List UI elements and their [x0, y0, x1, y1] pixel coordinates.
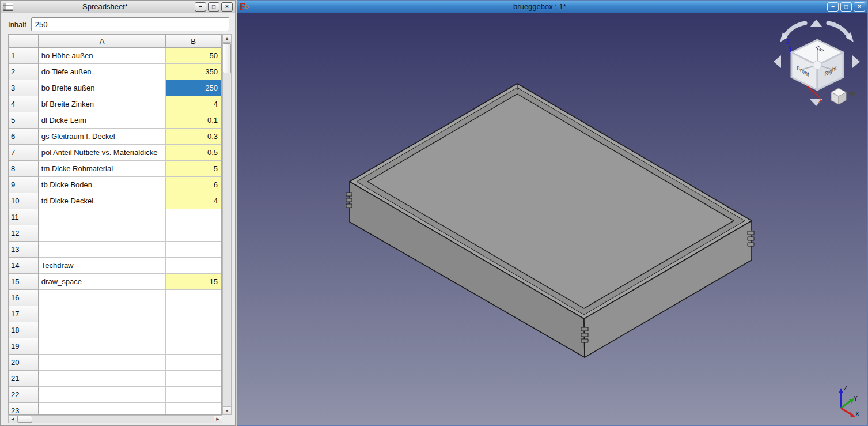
cell-b4[interactable]: 4: [166, 96, 221, 112]
cell-a23[interactable]: [39, 403, 166, 415]
scroll-up-button[interactable]: ▲: [223, 35, 231, 43]
row-header-19[interactable]: 19: [9, 338, 39, 355]
3d-viewport[interactable]: Z X Top Front Right: [237, 13, 867, 425]
cell-a5[interactable]: dl Dicke Leim: [39, 112, 166, 129]
cell-a18[interactable]: [39, 322, 166, 338]
view-maximize-button[interactable]: □: [840, 2, 852, 12]
cell-a14[interactable]: Techdraw: [39, 258, 166, 274]
finger-joints-left-corner: [346, 193, 352, 208]
row-header-14[interactable]: 14: [9, 258, 39, 274]
cell-b21[interactable]: [166, 371, 221, 387]
horizontal-scrollbar[interactable]: ◀ ▶: [8, 415, 222, 423]
view-close-button[interactable]: ×: [854, 2, 865, 12]
row-header-18[interactable]: 18: [9, 322, 39, 338]
cell-a3[interactable]: bo Breite außen: [39, 80, 166, 96]
cell-a8[interactable]: tm Dicke Rohmaterial: [39, 161, 166, 177]
vertical-scroll-thumb[interactable]: [223, 43, 231, 73]
cell-b15[interactable]: 15: [166, 274, 221, 290]
row-header-11[interactable]: 11: [9, 209, 39, 225]
row-header-12[interactable]: 12: [9, 225, 39, 242]
row-header-5[interactable]: 5: [9, 112, 39, 129]
cell-b8[interactable]: 5: [166, 161, 221, 177]
cell-b17[interactable]: [166, 306, 221, 322]
row-header-16[interactable]: 16: [9, 290, 39, 306]
row-header-23[interactable]: 23: [9, 403, 39, 415]
cell-b9[interactable]: 6: [166, 177, 221, 193]
row-header-13[interactable]: 13: [9, 242, 39, 258]
vertical-scrollbar[interactable]: ▲ ▼: [222, 34, 232, 415]
cell-b23[interactable]: [166, 403, 221, 415]
nav-right-arrow[interactable]: [852, 55, 860, 68]
cell-b13[interactable]: [166, 242, 221, 258]
maximize-button[interactable]: □: [208, 2, 219, 12]
row-header-21[interactable]: 21: [9, 371, 39, 387]
row-header-17[interactable]: 17: [9, 306, 39, 322]
cell-b6[interactable]: 0.3: [166, 129, 221, 145]
cell-a15[interactable]: draw_space: [39, 274, 166, 290]
cell-a9[interactable]: tb Dicke Boden: [39, 177, 166, 193]
cell-b2[interactable]: 350: [166, 64, 221, 80]
row-header-1[interactable]: 1: [9, 48, 39, 64]
column-header-b[interactable]: B: [166, 35, 221, 48]
cell-a7[interactable]: pol Anteil Nuttiefe vs. Materialdicke: [39, 145, 166, 161]
cell-a10[interactable]: td Dicke Deckel: [39, 193, 166, 209]
corner-header[interactable]: [9, 35, 39, 48]
row-header-10[interactable]: 10: [9, 193, 39, 209]
cell-a6[interactable]: gs Gleitraum f. Deckel: [39, 129, 166, 145]
cell-b1[interactable]: 50: [166, 48, 221, 64]
cell-b11[interactable]: [166, 209, 221, 225]
cell-b3[interactable]: 250: [166, 80, 221, 96]
cell-a19[interactable]: [39, 338, 166, 355]
navigation-cube[interactable]: Z X Top Front Right: [770, 16, 864, 112]
row-header-9[interactable]: 9: [9, 177, 39, 193]
view-minimize-button[interactable]: –: [827, 2, 839, 12]
nav-cube-center-ball[interactable]: [813, 61, 822, 70]
row-header-15[interactable]: 15: [9, 274, 39, 290]
minimize-button[interactable]: –: [195, 2, 206, 12]
cell-b22[interactable]: [166, 387, 221, 403]
rotate-left-arrow[interactable]: [784, 23, 805, 37]
cell-b20[interactable]: [166, 355, 221, 371]
cell-b18[interactable]: [166, 322, 221, 338]
row-header-2[interactable]: 2: [9, 64, 39, 80]
column-header-a[interactable]: A: [39, 35, 166, 48]
cell-b7[interactable]: 0.5: [166, 145, 221, 161]
cell-a11[interactable]: [39, 209, 166, 225]
nav-menu-dropdown-icon[interactable]: [848, 92, 856, 97]
cell-b12[interactable]: [166, 225, 221, 242]
horizontal-scroll-thumb[interactable]: [17, 416, 32, 423]
rotate-right-arrow[interactable]: [828, 23, 849, 37]
cell-a17[interactable]: [39, 306, 166, 322]
cell-b14[interactable]: [166, 258, 221, 274]
scroll-right-button[interactable]: ▶: [214, 416, 222, 423]
row-header-20[interactable]: 20: [9, 355, 39, 371]
cell-a21[interactable]: [39, 371, 166, 387]
scroll-down-button[interactable]: ▼: [223, 406, 231, 414]
row-header-22[interactable]: 22: [9, 387, 39, 403]
mini-cube-icon[interactable]: [831, 88, 846, 104]
scroll-left-button[interactable]: ◀: [9, 416, 17, 423]
close-button[interactable]: ×: [221, 2, 233, 12]
row-header-8[interactable]: 8: [9, 161, 39, 177]
3d-view-titlebar[interactable]: F ⚙ brueggebox : 1* – □ ×: [237, 1, 867, 13]
spreadsheet-titlebar[interactable]: Spreadsheet* – □ ×: [1, 1, 235, 13]
cell-b19[interactable]: [166, 338, 221, 355]
cell-a16[interactable]: [39, 290, 166, 306]
row-header-6[interactable]: 6: [9, 129, 39, 145]
content-input[interactable]: [31, 17, 229, 31]
nav-up-arrow[interactable]: [810, 20, 822, 27]
cell-a20[interactable]: [39, 355, 166, 371]
cell-a2[interactable]: do Tiefe außen: [39, 64, 166, 80]
cell-a12[interactable]: [39, 225, 166, 242]
cell-b5[interactable]: 0.1: [166, 112, 221, 129]
row-header-3[interactable]: 3: [9, 80, 39, 96]
cell-b10[interactable]: 4: [166, 193, 221, 209]
cell-b16[interactable]: [166, 290, 221, 306]
row-header-4[interactable]: 4: [9, 96, 39, 112]
nav-left-arrow[interactable]: [774, 55, 781, 68]
cell-a22[interactable]: [39, 387, 166, 403]
cell-a13[interactable]: [39, 242, 166, 258]
cell-a4[interactable]: bf Breite Zinken: [39, 96, 166, 112]
cell-a1[interactable]: ho Höhe außen: [39, 48, 166, 64]
row-header-7[interactable]: 7: [9, 145, 39, 161]
